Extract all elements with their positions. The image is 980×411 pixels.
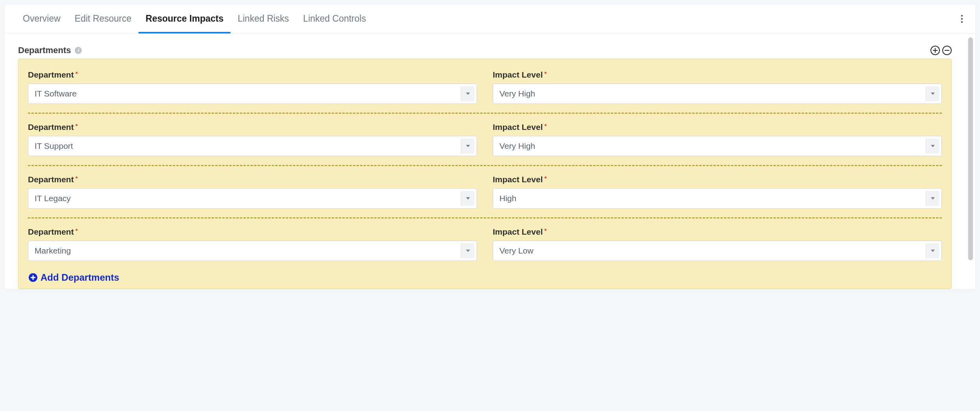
required-indicator: * bbox=[544, 122, 547, 129]
plus-circle-icon bbox=[29, 273, 37, 282]
chevron-down-icon bbox=[461, 139, 474, 154]
impact-level-value: Very High bbox=[499, 89, 535, 98]
required-indicator: * bbox=[544, 175, 547, 181]
impact-level-label: Impact Level* bbox=[493, 122, 942, 132]
required-indicator: * bbox=[544, 227, 547, 234]
section-actions bbox=[930, 46, 952, 55]
department-row: Department*MarketingImpact Level*Very Lo… bbox=[28, 217, 942, 270]
impact-level-label: Impact Level* bbox=[493, 227, 942, 237]
impact-level-select[interactable]: Very High bbox=[493, 136, 942, 156]
add-departments-label: Add Departments bbox=[41, 272, 119, 283]
department-select[interactable]: IT Support bbox=[28, 136, 477, 156]
remove-row-button[interactable] bbox=[942, 46, 952, 55]
tab-linked-controls[interactable]: Linked Controls bbox=[296, 5, 373, 33]
more-menu-button[interactable] bbox=[957, 14, 967, 24]
chevron-down-icon bbox=[926, 243, 939, 258]
required-indicator: * bbox=[76, 227, 78, 234]
chevron-down-icon bbox=[461, 243, 474, 258]
department-label: Department* bbox=[28, 70, 477, 80]
tab-linked-risks[interactable]: Linked Risks bbox=[230, 5, 296, 33]
scrollbar-track[interactable] bbox=[968, 37, 973, 285]
department-select[interactable]: Marketing bbox=[28, 241, 477, 261]
chevron-down-icon bbox=[461, 86, 474, 101]
section-title: Departments bbox=[18, 45, 71, 56]
department-value: IT Software bbox=[35, 89, 77, 98]
department-row: Department*IT SupportImpact Level*Very H… bbox=[28, 113, 942, 165]
department-value: IT Support bbox=[35, 141, 73, 151]
chevron-down-icon bbox=[926, 86, 939, 101]
impact-level-select[interactable]: Very Low bbox=[493, 241, 942, 261]
departments-panel: Department*IT SoftwareImpact Level*Very … bbox=[18, 59, 952, 289]
required-indicator: * bbox=[76, 175, 78, 181]
info-icon[interactable]: i bbox=[75, 47, 82, 54]
impact-level-label: Impact Level* bbox=[493, 175, 942, 184]
required-indicator: * bbox=[544, 70, 547, 77]
required-indicator: * bbox=[76, 122, 78, 129]
department-label: Department* bbox=[28, 122, 477, 132]
chevron-down-icon bbox=[926, 139, 939, 154]
impact-level-label: Impact Level* bbox=[493, 70, 942, 80]
resource-card: OverviewEdit ResourceResource ImpactsLin… bbox=[5, 5, 975, 289]
tab-bar: OverviewEdit ResourceResource ImpactsLin… bbox=[5, 5, 975, 33]
chevron-down-icon bbox=[461, 191, 474, 206]
add-departments-link[interactable]: Add Departments bbox=[28, 270, 942, 285]
impact-level-value: Very Low bbox=[499, 246, 533, 255]
chevron-down-icon bbox=[926, 191, 939, 206]
required-indicator: * bbox=[76, 70, 78, 77]
department-label: Department* bbox=[28, 175, 477, 184]
scrollbar-thumb[interactable] bbox=[968, 37, 973, 260]
content-area: Departments i Department*IT SoftwareImpa… bbox=[5, 33, 975, 289]
tab-overview[interactable]: Overview bbox=[16, 5, 68, 33]
department-value: IT Legacy bbox=[35, 194, 71, 203]
department-select[interactable]: IT Software bbox=[28, 83, 477, 104]
impact-level-select[interactable]: High bbox=[493, 188, 942, 209]
department-value: Marketing bbox=[35, 246, 71, 255]
section-header: Departments i bbox=[18, 45, 952, 56]
impact-level-value: Very High bbox=[499, 141, 535, 151]
department-row: Department*IT LegacyImpact Level*High bbox=[28, 165, 942, 217]
impact-level-select[interactable]: Very High bbox=[493, 83, 942, 104]
department-label: Department* bbox=[28, 227, 477, 237]
add-row-button[interactable] bbox=[930, 46, 940, 55]
tab-edit-resource[interactable]: Edit Resource bbox=[68, 5, 138, 33]
impact-level-value: High bbox=[499, 194, 516, 203]
department-select[interactable]: IT Legacy bbox=[28, 188, 477, 209]
tab-resource-impacts[interactable]: Resource Impacts bbox=[138, 5, 230, 33]
department-row: Department*IT SoftwareImpact Level*Very … bbox=[28, 68, 942, 113]
